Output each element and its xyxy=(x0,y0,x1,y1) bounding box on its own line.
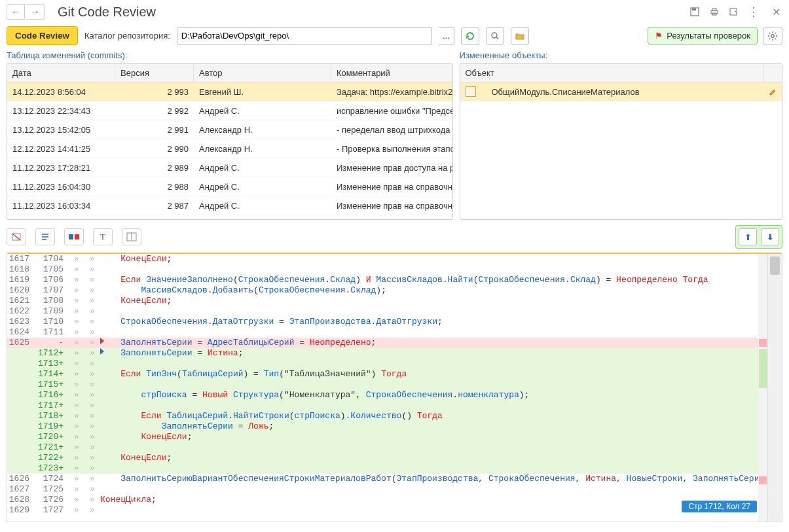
title-actions: ⋮ ✕ xyxy=(688,5,782,18)
nav-back-button[interactable]: ← xyxy=(7,4,25,20)
col-date[interactable]: Дата xyxy=(7,63,115,82)
code-content xyxy=(100,400,758,411)
table-row[interactable]: 11.12.2023 17:28:212 989Андрей С.Изменен… xyxy=(7,158,452,177)
line-number-new: 1719+ xyxy=(35,421,69,432)
svg-rect-3 xyxy=(712,9,716,10)
table-row[interactable]: ОбщийМодуль.СписаниеМатериалов xyxy=(460,82,782,101)
code-line[interactable]: 16291727»» xyxy=(7,505,758,516)
repo-browse-button[interactable]: ... xyxy=(439,27,454,44)
code-line[interactable]: 1712+»» ЗаполнятьСерии = Истина; xyxy=(7,348,758,359)
diff-prev-button[interactable]: ⬆ xyxy=(739,228,757,245)
table-row[interactable]: 13.12.2023 15:42:052 991Александр Н. - п… xyxy=(7,120,452,139)
print-icon[interactable] xyxy=(708,5,721,18)
code-line[interactable]: 16201707»» МассивСкладов.Добавить(Строка… xyxy=(7,285,758,296)
code-line[interactable]: 1717+»» xyxy=(7,400,758,411)
commits-panel: Таблица изменений (commits): Дата Версия… xyxy=(7,50,453,220)
code-line[interactable]: 16271725»» xyxy=(7,484,758,495)
code-line[interactable]: 16191706»» Если ЗначениеЗаполнено(Строка… xyxy=(7,275,758,285)
code-content: МассивСкладов.Добавить(СтрокаОбеспечения… xyxy=(100,285,758,296)
main-toolbar: Code Review Каталог репозитория: ... ⚑ Р… xyxy=(0,24,789,50)
svg-rect-1 xyxy=(692,9,696,10)
code-review-button[interactable]: Code Review xyxy=(7,26,78,45)
code-line[interactable]: 1721+»» xyxy=(7,442,758,453)
col-object[interactable]: Объект xyxy=(460,63,764,82)
code-line[interactable]: 1714+»» Если ТипЗнч(ТаблицаСерий) = Тип(… xyxy=(7,369,758,380)
code-line[interactable]: 16281726»»КонецЦикла; xyxy=(7,495,758,505)
code-line[interactable]: 1723+»» xyxy=(7,463,758,474)
code-line[interactable]: 1713+»» xyxy=(7,359,758,369)
diff-tb-colors-button[interactable] xyxy=(64,228,84,245)
settings-button[interactable] xyxy=(763,27,782,45)
save-icon[interactable] xyxy=(688,5,701,18)
cell-author: Евгений Ш. xyxy=(194,82,331,101)
table-row[interactable]: 11.12.2023 16:03:342 987Андрей С.Изменен… xyxy=(7,196,452,215)
code-line[interactable]: 1720+»» КонецЕсли; xyxy=(7,432,758,442)
objects-body[interactable]: ОбщийМодуль.СписаниеМатериалов xyxy=(460,82,782,220)
code-content xyxy=(100,264,758,275)
code-line[interactable]: 1716+»» стрПоиска = Новый Структура("Ном… xyxy=(7,390,758,400)
line-number-new: 1714+ xyxy=(35,369,69,380)
code-line[interactable]: 1718+»» Если ТаблицаСерий.НайтиСтроки(ст… xyxy=(7,411,758,421)
diff-minimap[interactable] xyxy=(758,254,767,522)
nav-buttons: ← → xyxy=(7,4,45,20)
cell-comment: Изменение прав на справочн... xyxy=(331,177,452,196)
code-content xyxy=(100,306,758,317)
table-row[interactable]: 12.12.2023 14:41:252 990Александр Н. - П… xyxy=(7,139,452,158)
cell-author: Александр Н. xyxy=(194,120,331,139)
scrollbar-thumb[interactable] xyxy=(770,257,780,275)
pin-icon[interactable] xyxy=(727,5,741,18)
code-line[interactable]: 16231710»» СтрокаОбеспечения.ДатаОтгрузк… xyxy=(7,317,758,327)
code-line[interactable]: 16211708»» КонецЕсли; xyxy=(7,296,758,306)
search-button[interactable] xyxy=(486,27,504,44)
code-line[interactable]: 1715+»» xyxy=(7,380,758,390)
code-line[interactable]: 16221709»» xyxy=(7,306,758,317)
diff-tb-split-button[interactable] xyxy=(122,228,141,245)
table-row[interactable]: 13.12.2023 22:34:432 992Андрей С.исправл… xyxy=(7,101,452,120)
line-number-new: 1715+ xyxy=(35,380,69,390)
svg-rect-10 xyxy=(75,234,79,239)
split-icon xyxy=(126,232,137,241)
commits-body[interactable]: 14.12.2023 8:56:042 993Евгений Ш.Задача:… xyxy=(7,82,452,220)
table-row[interactable]: 11.12.2023 16:04:302 988Андрей С.Изменен… xyxy=(7,177,452,196)
code-content: КонецЕсли; xyxy=(100,453,758,463)
code-line[interactable]: 16171704»» КонецЕсли; xyxy=(7,254,758,264)
cell-version: 2 993 xyxy=(115,82,194,101)
folder-icon xyxy=(515,31,525,41)
diff-scrollbar[interactable] xyxy=(767,254,782,522)
line-number-old: 1618 xyxy=(7,264,35,275)
col-version[interactable]: Версия xyxy=(115,63,194,82)
line-number-new: 1704 xyxy=(35,254,69,264)
line-number-old xyxy=(7,369,35,380)
diff-tb-align-button[interactable] xyxy=(35,228,55,245)
diff-main[interactable]: 16171704»» КонецЕсли;16181705»» 16191706… xyxy=(7,254,758,522)
nav-forward-button[interactable]: → xyxy=(26,4,45,20)
repo-path-input[interactable] xyxy=(177,27,432,44)
col-comment[interactable]: Комментарий xyxy=(331,63,452,82)
cell-date: 14.12.2023 8:56:04 xyxy=(7,82,115,101)
cell-version: 2 992 xyxy=(115,101,194,120)
code-line[interactable]: 16181705»» xyxy=(7,264,758,275)
code-line[interactable]: 16261724»» ЗаполнитьСериюВариантОбеспече… xyxy=(7,474,758,484)
code-line[interactable]: 16241711»» xyxy=(7,327,758,338)
refresh-button[interactable] xyxy=(461,27,479,44)
code-content: КонецЦикла; xyxy=(100,495,758,505)
diff-tb-text-button[interactable]: T xyxy=(93,228,113,245)
open-folder-button[interactable] xyxy=(511,27,529,44)
code-content: ЗаполнитьСериюВариантОбеспеченияСтрокиМа… xyxy=(100,474,758,484)
code-line[interactable]: 1625-»» ЗаполнятьСерии = АдресТаблицыСер… xyxy=(7,338,758,348)
col-author[interactable]: Автор xyxy=(194,63,331,82)
more-icon[interactable]: ⋮ xyxy=(747,5,760,18)
table-row[interactable]: 14.12.2023 8:56:042 993Евгений Ш.Задача:… xyxy=(7,82,452,101)
commits-caption: Таблица изменений (commits): xyxy=(7,50,453,60)
diff-tb-compare-button[interactable] xyxy=(7,228,26,245)
code-content: Если ЗначениеЗаполнено(СтрокаОбеспечения… xyxy=(100,275,758,285)
check-results-button[interactable]: ⚑ Результаты проверок xyxy=(648,27,758,44)
code-line[interactable]: 1722+»» КонецЕсли; xyxy=(7,453,758,463)
code-line[interactable]: 1719+»» ЗаполнятьСерии = Ложь; xyxy=(7,421,758,432)
align-icon xyxy=(40,232,50,241)
diff-next-button[interactable]: ⬇ xyxy=(761,228,779,245)
close-icon[interactable]: ✕ xyxy=(769,5,782,18)
code-content: КонецЕсли; xyxy=(100,254,758,264)
edit-icon[interactable] xyxy=(763,82,782,101)
colors-icon xyxy=(68,232,80,241)
